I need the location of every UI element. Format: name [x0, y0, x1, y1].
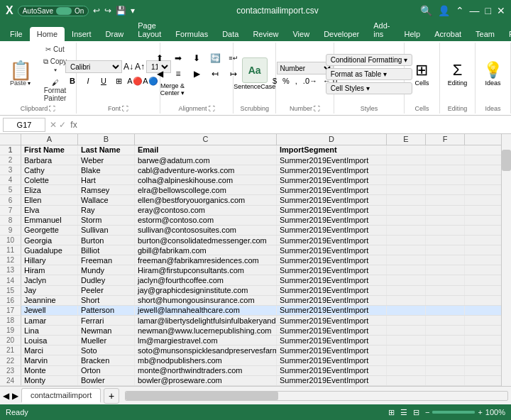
cell-r5-c4[interactable]: Summer2019EventImport — [277, 185, 387, 194]
italic-button[interactable]: I — [81, 74, 95, 87]
cell-r9-c1[interactable]: Georgette — [21, 226, 78, 235]
cell-r15-c5[interactable] — [387, 286, 426, 295]
cell-r6-c1[interactable]: Ellen — [21, 195, 78, 204]
cell-r11-c5[interactable] — [387, 245, 426, 255]
cell-r14-c6[interactable] — [426, 275, 465, 284]
cell-r5-c6[interactable] — [426, 185, 465, 194]
cell-r17-c5[interactable] — [387, 306, 426, 315]
align-right-button[interactable]: ▶ — [188, 67, 205, 81]
zoom-out-button[interactable]: − — [425, 408, 429, 416]
cell-r17-c6[interactable] — [426, 306, 465, 315]
scroll-left-icon[interactable]: ◀ — [3, 391, 9, 401]
tab-insert[interactable]: Insert — [65, 27, 99, 41]
tab-view[interactable]: View — [285, 27, 317, 41]
cell-r8-c3[interactable]: estorm@contoso.com — [135, 216, 277, 225]
cell-r18-c3[interactable]: lamar@libertysdelightfulsinfulbakeryandc… — [135, 316, 277, 325]
table-row[interactable]: 7ElvaRayeray@contoso.comSummer2019EventI… — [0, 206, 501, 216]
table-row[interactable]: 2BarbaraWeberbarwe@adatum.comSummer2019E… — [0, 155, 501, 165]
header-f[interactable] — [426, 145, 465, 155]
table-row[interactable]: 10GeorgiaBurtonburton@consolidatedmessen… — [0, 236, 501, 245]
cell-r22-c2[interactable]: Bracken — [78, 355, 135, 365]
cell-r23-c2[interactable]: Orton — [78, 366, 135, 375]
number-format-select[interactable]: Number General Currency Percentage — [277, 62, 334, 74]
table-row[interactable]: 21MarciSotosoto@munsonspicklesandpreserv… — [0, 346, 501, 355]
cell-r7-c1[interactable]: Elva — [21, 206, 78, 215]
merge-center-button[interactable]: Merge & Center ▾ — [151, 82, 194, 96]
cell-r16-c1[interactable]: Jeannine — [21, 296, 78, 305]
font-size-decrease-icon[interactable]: A↓ — [123, 62, 133, 72]
cell-r21-c6[interactable] — [426, 346, 465, 355]
borders-button[interactable]: ⊞ — [112, 74, 126, 87]
cell-r13-c4[interactable]: Summer2019EventImport — [277, 265, 387, 275]
cell-r10-c4[interactable]: Summer2019EventImport — [277, 236, 387, 245]
table-row[interactable]: 5ElizaRamseyelra@bellowscollege.comSumme… — [0, 185, 501, 195]
zoom-in-button[interactable]: + — [478, 408, 482, 416]
table-row[interactable]: 12HillaryFreemanfreeman@fabrikamresidenc… — [0, 255, 501, 265]
tab-addins[interactable]: Add-ins — [366, 18, 397, 41]
cell-r10-c1[interactable]: Georgia — [21, 236, 78, 245]
cell-r14-c2[interactable]: Dudley — [78, 275, 135, 284]
page-break-view-icon[interactable]: ⊟ — [413, 408, 419, 417]
col-header-d[interactable]: D — [277, 134, 387, 145]
table-row[interactable]: 6EllenWallaceellen@bestforyouorganics.co… — [0, 195, 501, 205]
table-row[interactable]: 14JaclynDudleyjaclyn@fourthcoffee.comSum… — [0, 275, 501, 285]
conditional-formatting-button[interactable]: Conditional Formatting ▾ — [326, 54, 412, 66]
cell-r4-c6[interactable] — [426, 175, 465, 184]
cell-r5-c3[interactable]: elra@bellowscollege.com — [135, 185, 277, 194]
bold-button[interactable]: B — [65, 74, 79, 87]
cell-r7-c4[interactable]: Summer2019EventImport — [277, 206, 387, 215]
cell-r22-c1[interactable]: Marvin — [21, 355, 78, 365]
cell-r3-c3[interactable]: cabl@adventure-works.com — [135, 165, 277, 175]
ribbon-collapse-icon[interactable]: ⌃ — [456, 5, 464, 16]
cell-r15-c3[interactable]: jay@graphicdesigninstitute.com — [135, 286, 277, 295]
cell-r10-c3[interactable]: burton@consolidatedmessenger.com — [135, 236, 277, 245]
cell-r4-c2[interactable]: Hart — [78, 175, 135, 184]
normal-view-icon[interactable]: ⊞ — [388, 408, 395, 417]
cell-r11-c6[interactable] — [426, 245, 465, 255]
header-e[interactable] — [387, 145, 426, 155]
tab-data[interactable]: Data — [215, 27, 246, 41]
cell-r19-c4[interactable]: Summer2019EventImport — [277, 326, 387, 335]
cell-r8-c5[interactable] — [387, 216, 426, 225]
cell-r11-c1[interactable]: Guadalupe — [21, 245, 78, 255]
cell-r9-c2[interactable]: Sullivan — [78, 226, 135, 235]
cell-r17-c4[interactable]: Summer2019EventImport — [277, 306, 387, 315]
header-lastname[interactable]: Last Name — [78, 145, 135, 155]
formula-input[interactable] — [80, 120, 508, 130]
cell-r6-c4[interactable]: Summer2019EventImport — [277, 195, 387, 204]
close-button[interactable]: ✕ — [497, 5, 505, 16]
cell-r20-c2[interactable]: Mueller — [78, 336, 135, 345]
font-name-select[interactable]: Calibri — [65, 60, 122, 73]
cell-r24-c3[interactable]: bowler@proseware.com — [135, 376, 277, 385]
header-firstname[interactable]: First Name — [21, 145, 78, 155]
cell-r23-c5[interactable] — [387, 366, 426, 375]
cell-r14-c4[interactable]: Summer2019EventImport — [277, 275, 387, 284]
cell-r13-c6[interactable] — [426, 265, 465, 275]
cell-r12-c2[interactable]: Freeman — [78, 255, 135, 265]
cell-r16-c2[interactable]: Short — [78, 296, 135, 305]
cell-r2-c3[interactable]: barwe@adatum.com — [135, 155, 277, 165]
cell-r21-c3[interactable]: soto@munsonspicklesandpreservesfarm.com — [135, 346, 277, 355]
format-as-table-button[interactable]: Format as Table ▾ — [326, 68, 412, 80]
cell-r12-c3[interactable]: freeman@fabrikamresidences.com — [135, 255, 277, 265]
maximize-button[interactable]: □ — [485, 5, 491, 16]
cell-r11-c4[interactable]: Summer2019EventImport — [277, 245, 387, 255]
table-row[interactable]: 16JeannineShortshort@humongousinsurance.… — [0, 296, 501, 306]
redo-icon[interactable]: ↪ — [104, 6, 111, 16]
cell-r12-c5[interactable] — [387, 255, 426, 265]
cell-r4-c4[interactable]: Summer2019EventImport — [277, 175, 387, 184]
cell-r16-c6[interactable] — [426, 296, 465, 305]
table-row[interactable]: 3CathyBlakecabl@adventure-works.comSumme… — [0, 165, 501, 175]
cell-r15-c2[interactable]: Peeler — [78, 286, 135, 295]
cell-r5-c1[interactable]: Eliza — [21, 185, 78, 194]
cell-r10-c6[interactable] — [426, 236, 465, 245]
tab-review[interactable]: Review — [246, 27, 285, 41]
function-icon[interactable]: fx — [70, 120, 77, 130]
tab-developer[interactable]: Developer — [317, 27, 366, 41]
cell-r15-c6[interactable] — [426, 286, 465, 295]
indent-decrease-button[interactable]: ↤ — [207, 67, 224, 81]
autosave-toggle[interactable] — [56, 7, 72, 15]
col-header-b[interactable]: B — [78, 134, 135, 145]
cell-r23-c3[interactable]: monte@northwindtraders.com — [135, 366, 277, 375]
cell-r8-c1[interactable]: Emmanuel — [21, 216, 78, 225]
